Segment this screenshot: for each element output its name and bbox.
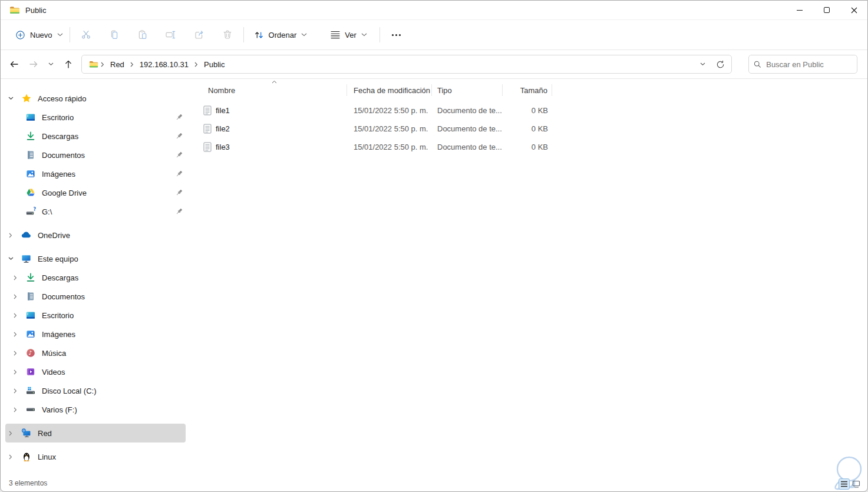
pin-icon[interactable]	[175, 151, 183, 159]
column-header-name[interactable]: Nombre	[195, 84, 347, 96]
delete-button[interactable]	[216, 24, 239, 45]
chevron-right-icon[interactable]	[12, 407, 19, 412]
network-icon	[21, 428, 32, 438]
search-box[interactable]	[748, 55, 857, 74]
file-name: file1	[216, 106, 230, 115]
copy-icon	[109, 29, 120, 40]
sidebar-item-label: Acceso rápido	[38, 94, 86, 103]
address-bar[interactable]: Red 192.168.10.31 Public	[81, 55, 732, 74]
chevron-down-icon	[48, 62, 54, 66]
chevron-right-icon[interactable]	[12, 351, 19, 356]
search-input[interactable]	[766, 60, 852, 69]
file-modified: 15/01/2022 5:50 p. m.	[347, 143, 432, 151]
column-header-modified[interactable]: Fecha de modificación	[347, 84, 432, 96]
sidebar-item-g-drive[interactable]: ? G:\	[1, 202, 190, 221]
minimize-icon	[797, 10, 803, 11]
sidebar-item-imagenes-qa[interactable]: Imágenes	[1, 164, 190, 183]
table-row[interactable]: file1 15/01/2022 5:50 p. m. Documento de…	[195, 101, 867, 120]
table-row[interactable]: file2 15/01/2022 5:50 p. m. Documento de…	[195, 120, 867, 138]
pin-icon[interactable]	[175, 207, 183, 216]
chevron-down-icon[interactable]	[6, 97, 15, 100]
sidebar-item-varios-f[interactable]: Varios (F:)	[1, 400, 190, 419]
file-size: 0 KB	[503, 143, 552, 151]
breadcrumb-chevron-icon[interactable]	[194, 62, 199, 67]
pin-icon[interactable]	[175, 170, 183, 178]
sidebar-item-label: Música	[42, 349, 66, 358]
sidebar-item-musica[interactable]: ♪ Música	[1, 344, 190, 362]
table-row[interactable]: file3 15/01/2022 5:50 p. m. Documento de…	[195, 138, 867, 156]
svg-text:♪: ♪	[28, 349, 32, 356]
documents-icon	[25, 150, 36, 160]
chevron-down-icon	[57, 33, 63, 37]
chevron-right-icon[interactable]	[12, 388, 19, 394]
forward-icon	[29, 60, 38, 69]
chevron-right-icon[interactable]	[6, 233, 15, 238]
breadcrumb-segment-host[interactable]: 192.168.10.31	[136, 58, 193, 71]
close-button[interactable]	[840, 1, 867, 19]
back-button[interactable]	[4, 55, 24, 74]
sidebar-item-google-drive[interactable]: Google Drive	[1, 183, 190, 202]
sidebar-item-network[interactable]: Red	[5, 424, 186, 443]
more-options-button[interactable]	[385, 24, 408, 45]
sidebar-item-this-pc[interactable]: Este equipo	[1, 249, 190, 268]
items-count: 3 elementos	[9, 479, 47, 487]
sidebar-item-documentos-qa[interactable]: Documentos	[1, 146, 190, 164]
toolbar-divider	[379, 27, 380, 42]
pin-icon[interactable]	[175, 132, 183, 140]
chevron-right-icon[interactable]	[6, 431, 15, 436]
chevron-right-icon[interactable]	[12, 369, 19, 375]
forward-button[interactable]	[24, 55, 43, 74]
breadcrumb-segment-current[interactable]: Public	[200, 58, 229, 71]
address-dropdown-button[interactable]	[694, 55, 711, 74]
chevron-down-icon[interactable]	[6, 257, 15, 260]
breadcrumb-segment-network[interactable]: Red	[106, 58, 128, 71]
file-list-pane: Nombre Fecha de modificación Tipo Tamaño…	[190, 79, 867, 475]
recent-locations-button[interactable]	[43, 55, 58, 74]
minimize-button[interactable]	[786, 1, 813, 19]
maximize-button[interactable]	[813, 1, 840, 19]
chevron-right-icon[interactable]	[12, 294, 19, 299]
refresh-icon	[716, 60, 725, 69]
sidebar-item-linux[interactable]: Linux	[1, 447, 190, 466]
column-header-size[interactable]: Tamaño	[503, 84, 552, 96]
rename-button[interactable]	[159, 24, 183, 45]
sidebar-item-descargas-qa[interactable]: Descargas	[1, 127, 190, 146]
chevron-right-icon[interactable]	[12, 275, 19, 280]
text-document-icon	[203, 124, 212, 134]
pin-icon[interactable]	[175, 113, 183, 121]
sort-icon	[254, 30, 264, 40]
sidebar-item-quick-access[interactable]: Acceso rápido	[1, 89, 190, 108]
sort-button[interactable]: Ordenar	[247, 24, 314, 45]
chevron-right-icon[interactable]	[6, 454, 15, 460]
up-button[interactable]	[58, 55, 78, 74]
sidebar-item-imagenes-pc[interactable]: Imágenes	[1, 325, 190, 344]
sidebar-item-label: Google Drive	[42, 189, 87, 197]
sidebar-item-documentos-pc[interactable]: Documentos	[1, 287, 190, 306]
breadcrumb-chevron-icon[interactable]	[130, 62, 134, 67]
paste-button[interactable]	[131, 24, 154, 45]
refresh-button[interactable]	[711, 55, 729, 74]
chevron-right-icon[interactable]	[12, 313, 19, 318]
large-icons-view-button[interactable]	[851, 478, 862, 490]
sidebar-item-descargas-pc[interactable]: Descargas	[1, 268, 190, 287]
breadcrumb-chevron-icon[interactable]	[100, 62, 105, 67]
sidebar-item-escritorio-pc[interactable]: Escritorio	[1, 306, 190, 325]
sidebar-item-label: Descargas	[42, 273, 78, 282]
view-button[interactable]: Ver	[324, 24, 374, 45]
sidebar-item-escritorio[interactable]: Escritorio	[1, 108, 190, 127]
share-button[interactable]	[187, 24, 211, 45]
pin-icon[interactable]	[175, 189, 183, 197]
sidebar-item-label: Este equipo	[38, 255, 78, 263]
sidebar-item-videos[interactable]: Videos	[1, 362, 190, 381]
copy-button[interactable]	[103, 24, 126, 45]
sidebar-item-onedrive[interactable]: OneDrive	[1, 226, 190, 245]
column-header-type[interactable]: Tipo	[432, 84, 503, 96]
chevron-right-icon[interactable]	[12, 332, 19, 337]
delete-icon	[222, 29, 233, 40]
new-button[interactable]: Nuevo	[9, 24, 70, 45]
local-disk-icon	[25, 385, 36, 396]
details-view-button[interactable]	[839, 478, 850, 490]
command-bar: Nuevo	[1, 19, 867, 50]
sidebar-item-disco-local-c[interactable]: Disco Local (C:)	[1, 381, 190, 400]
cut-button[interactable]	[74, 24, 98, 45]
